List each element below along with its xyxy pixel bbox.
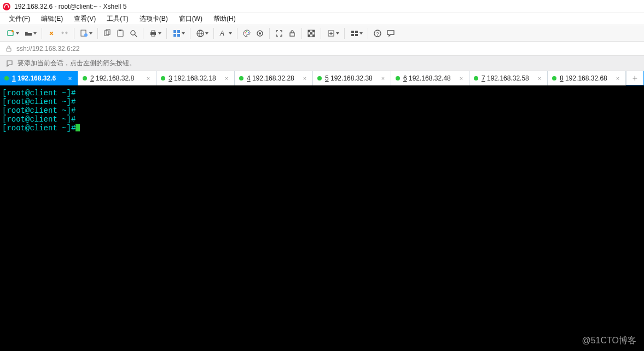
close-tab-icon[interactable]: × [536, 75, 543, 82]
svg-rect-31 [351, 31, 354, 33]
close-tab-icon[interactable]: × [301, 75, 308, 82]
svg-rect-7 [119, 30, 121, 31]
toolbar-separator [42, 28, 42, 39]
close-tab-icon[interactable]: × [614, 75, 621, 82]
svg-rect-29 [312, 34, 315, 37]
svg-point-20 [248, 32, 249, 33]
tab-label: 5 192.168.32.38 [325, 74, 376, 82]
color-scheme-button[interactable] [241, 27, 253, 39]
toolbar-separator [237, 28, 237, 39]
status-dot-icon [317, 76, 322, 80]
session-tab-4[interactable]: 4 192.168.32.28× [235, 71, 313, 85]
session-tab-1[interactable]: 1 192.168.32.6× [0, 71, 78, 85]
help-button[interactable]: ? [372, 27, 384, 39]
hint-text: 要添加当前会话，点击左侧的箭头按钮。 [18, 59, 136, 68]
svg-rect-14 [173, 34, 176, 37]
open-session-button[interactable] [22, 27, 38, 39]
terminal-output[interactable]: [root@client ~]# [root@client ~]# [root@… [0, 85, 644, 351]
tab-label: 2 192.168.32.8 [90, 74, 142, 82]
svg-rect-11 [152, 34, 155, 36]
lock-button[interactable] [286, 27, 298, 39]
status-dot-icon [83, 76, 87, 80]
svg-rect-33 [351, 34, 354, 36]
close-tab-icon[interactable]: × [380, 75, 386, 82]
lock-icon [5, 45, 12, 52]
toolbar-separator [321, 28, 321, 39]
close-tab-icon[interactable]: × [67, 75, 73, 82]
status-dot-icon [552, 76, 556, 80]
menu-view[interactable]: 查看(V) [68, 13, 101, 25]
properties-button[interactable] [78, 27, 94, 39]
status-dot-icon [161, 76, 165, 80]
svg-rect-27 [310, 32, 312, 34]
session-tab-6[interactable]: 6 192.168.32.48× [391, 71, 469, 85]
toolbar-separator [368, 28, 368, 39]
session-tabstrip: 1 192.168.32.6×2 192.168.32.8×3 192.168.… [0, 71, 644, 85]
svg-point-3 [84, 33, 88, 37]
svg-point-18 [245, 32, 246, 33]
session-tab-8[interactable]: 8 192.168.32.68× [548, 71, 626, 85]
session-tab-2[interactable]: 2 192.168.32.8× [78, 71, 156, 85]
close-tab-icon[interactable]: × [145, 75, 152, 82]
tab-label: 3 192.168.32.18 [169, 74, 220, 82]
toolbar-separator [97, 28, 98, 39]
app-logo-icon [2, 2, 11, 11]
menu-edit[interactable]: 编辑(E) [36, 13, 68, 25]
svg-rect-28 [308, 34, 310, 37]
toolbar-separator [166, 28, 167, 39]
title-bar: 192.168.32.6 - root@client:~ - Xshell 5 [0, 0, 644, 13]
tab-label: 7 192.168.32.58 [481, 74, 533, 82]
svg-rect-10 [152, 31, 155, 32]
print-button[interactable] [147, 27, 163, 39]
svg-point-0 [3, 3, 10, 10]
tab-label: 4 192.168.32.28 [247, 74, 298, 82]
menu-tabs[interactable]: 选项卡(B) [134, 13, 173, 25]
reconnect-button[interactable] [45, 27, 57, 39]
toolbar-separator [143, 28, 143, 39]
paste-button[interactable] [114, 27, 126, 39]
copy-button[interactable] [101, 27, 113, 39]
arrange-button[interactable] [348, 27, 364, 39]
menu-tools[interactable]: 工具(T) [101, 13, 134, 25]
main-toolbar: A ? [0, 25, 644, 42]
sessions-panel-button[interactable] [170, 27, 187, 39]
add-tab-button[interactable]: + [626, 71, 643, 85]
svg-point-19 [246, 31, 247, 32]
find-button[interactable] [127, 27, 140, 39]
menu-bar: 文件(F) 编辑(E) 查看(V) 工具(T) 选项卡(B) 窗口(W) 帮助(… [0, 13, 644, 25]
fullscreen-button[interactable] [273, 27, 285, 39]
transparency-button[interactable] [305, 27, 317, 39]
session-tab-7[interactable]: 7 192.168.32.58× [469, 71, 548, 85]
svg-rect-13 [177, 30, 180, 33]
menu-file[interactable]: 文件(F) [3, 13, 36, 25]
tab-label: 1 192.168.32.6 [12, 74, 63, 82]
hint-bar: 要添加当前会话，点击左侧的箭头按钮。 [0, 56, 644, 71]
close-tab-icon[interactable]: × [458, 75, 465, 82]
highlight-button[interactable] [254, 27, 266, 39]
tab-label: 8 192.168.32.68 [560, 74, 611, 82]
svg-text:?: ? [376, 31, 379, 37]
close-tab-icon[interactable]: × [223, 75, 230, 82]
font-button[interactable]: A [217, 27, 234, 39]
menu-window[interactable]: 窗口(W) [173, 13, 208, 25]
menu-help[interactable]: 帮助(H) [208, 13, 241, 25]
svg-text:A: A [219, 30, 224, 37]
toolbar-separator [74, 28, 74, 39]
new-session-button[interactable] [4, 27, 21, 39]
svg-rect-15 [177, 34, 180, 37]
svg-rect-34 [355, 34, 358, 36]
session-tab-5[interactable]: 5 192.168.32.38× [313, 71, 391, 85]
svg-point-8 [131, 31, 135, 35]
feedback-button[interactable] [385, 27, 397, 39]
address-url[interactable]: ssh://192.168.32.6:22 [16, 45, 79, 53]
status-dot-icon [239, 76, 243, 80]
toolbar-separator [190, 28, 190, 39]
disconnect-button[interactable] [59, 27, 71, 39]
status-dot-icon [474, 76, 478, 80]
compose-button[interactable] [324, 27, 341, 39]
encoding-button[interactable] [194, 27, 210, 39]
session-tab-3[interactable]: 3 192.168.32.18× [156, 71, 235, 85]
status-dot-icon [396, 76, 400, 80]
add-session-arrow-icon[interactable] [5, 60, 13, 67]
toolbar-separator [344, 28, 345, 39]
